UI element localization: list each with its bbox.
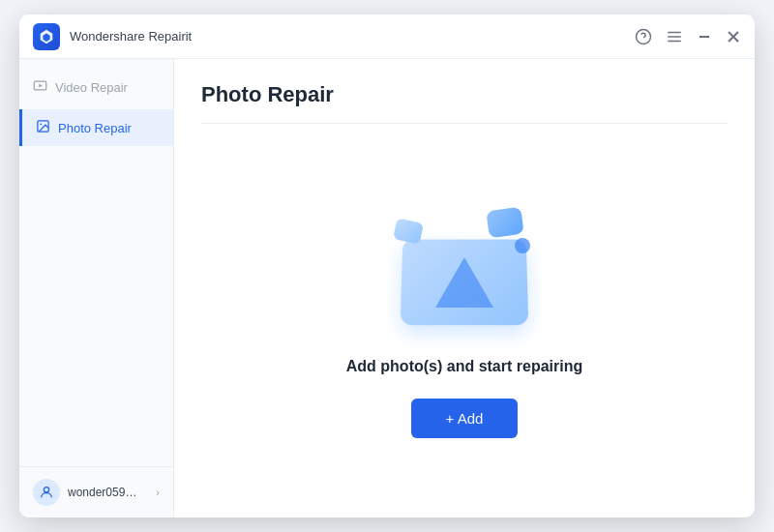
video-repair-icon — [33, 78, 47, 96]
svg-point-11 — [40, 123, 42, 125]
page-title: Photo Repair — [201, 82, 728, 124]
illus-piece2 — [393, 218, 424, 244]
chevron-right-icon: › — [156, 487, 160, 498]
svg-point-12 — [44, 488, 48, 492]
photo-repair-icon — [36, 119, 50, 136]
prompt-text: Add photo(s) and start repairing — [346, 358, 582, 375]
sidebar-item-photo-repair[interactable]: Photo Repair — [19, 109, 173, 146]
sidebar: Video Repair Photo Repair — [19, 59, 174, 517]
user-name: wonder059@16... — [68, 486, 148, 499]
menu-icon[interactable] — [666, 28, 683, 45]
photo-repair-illustration — [387, 199, 542, 335]
illus-dot — [515, 238, 530, 253]
main-body: Add photo(s) and start repairing + Add — [201, 143, 728, 494]
avatar — [33, 479, 60, 506]
illus-triangle — [435, 257, 493, 308]
svg-marker-9 — [39, 84, 43, 88]
window-controls — [635, 28, 741, 45]
app-window: Wondershare Repairit — [19, 15, 755, 517]
sidebar-item-video-repair[interactable]: Video Repair — [19, 69, 173, 105]
close-button[interactable] — [726, 29, 741, 44]
titlebar: Wondershare Repairit — [19, 15, 755, 59]
user-profile[interactable]: wonder059@16... › — [19, 466, 173, 517]
app-logo — [33, 23, 60, 50]
content-area: Video Repair Photo Repair — [19, 59, 755, 517]
sidebar-label-photo: Photo Repair — [58, 121, 132, 135]
minimize-button[interactable] — [697, 29, 712, 44]
add-button[interactable]: + Add — [411, 399, 519, 438]
illus-piece1 — [486, 207, 524, 239]
sidebar-label-video: Video Repair — [55, 80, 128, 95]
main-content: Photo Repair Add photo(s) and start repa… — [174, 59, 755, 517]
app-title: Wondershare Repairit — [70, 29, 635, 44]
help-icon[interactable] — [635, 28, 652, 45]
